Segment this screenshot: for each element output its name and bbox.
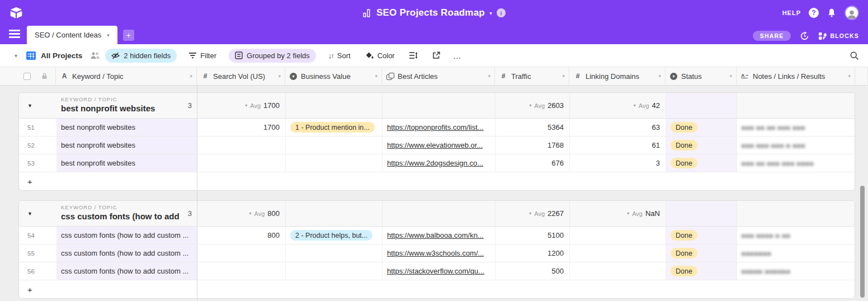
select-all-cell[interactable] <box>0 67 56 85</box>
cell-search-vol[interactable]: 1700 <box>197 119 286 136</box>
share-view-button[interactable] <box>432 51 440 59</box>
add-row-button[interactable]: + <box>19 172 855 190</box>
cell-search-vol[interactable]: 800 <box>197 227 286 244</box>
column-caret-icon[interactable]: ▾ <box>658 73 661 79</box>
cell-linking-domains[interactable] <box>570 262 666 280</box>
column-header-best-articles[interactable]: Best Articles ▾ <box>382 67 495 85</box>
cell-best-article[interactable]: https://www.w3schools.com/... <box>383 244 496 262</box>
search-button[interactable] <box>850 51 859 60</box>
cell-notes[interactable]: ▅▅▅ ▅▅▅ ▅▅▅ ▅ ▅▅▅ <box>737 137 855 154</box>
cell-linking-domains[interactable] <box>570 244 666 262</box>
column-header-notes[interactable]: A Notes / Links / Results ▾ <box>737 67 855 85</box>
table-row[interactable]: 52 best nonprofit websites https://www.e… <box>19 137 855 154</box>
cell-traffic[interactable]: 1768 <box>496 137 570 154</box>
table-row[interactable]: 51 best nonprofit websites 1700 1 - Prod… <box>19 119 855 137</box>
column-caret-icon[interactable]: ▾ <box>488 73 490 79</box>
cell-traffic[interactable]: 5364 <box>496 119 570 136</box>
cell-keyword[interactable]: css custom fonts (how to add custom ... <box>56 262 197 280</box>
summary-linking-domains[interactable]: ▾ Avg NaN <box>570 201 666 226</box>
summary-traffic[interactable]: ▾ Avg 2267 <box>496 201 570 226</box>
article-link[interactable]: https://topnonprofits.com/list... <box>387 123 484 131</box>
cell-notes[interactable]: ▅▅▅ ▅▅ ▅▅ ▅▅▅ ▅▅▅ <box>737 119 855 136</box>
add-table-button[interactable]: + <box>123 30 134 41</box>
cell-notes[interactable]: ▅▅▅▅▅▅▅ <box>737 244 855 262</box>
cell-status[interactable]: Done <box>666 137 737 154</box>
cell-linking-domains[interactable] <box>570 227 666 244</box>
airtable-logo-icon[interactable] <box>9 6 23 20</box>
cell-search-vol[interactable] <box>197 244 286 262</box>
column-caret-icon[interactable]: ▾ <box>375 73 378 79</box>
article-link[interactable]: https://www.2dogsdesign.co... <box>387 159 483 167</box>
table-row[interactable]: 55 css custom fonts (how to add custom .… <box>19 244 855 262</box>
group-collapse-toggle[interactable]: ▼ <box>19 93 56 118</box>
cell-keyword[interactable]: best nonprofit websites <box>56 119 197 136</box>
column-header-traffic[interactable]: # Traffic ▾ <box>495 67 569 85</box>
cell-notes[interactable]: ▅▅▅▅▅ ▅▅▅▅▅▅ <box>737 262 855 280</box>
row-height-button[interactable] <box>409 51 418 59</box>
cell-keyword[interactable]: best nonprofit websites <box>56 154 197 172</box>
column-header-search-vol[interactable]: # Search Vol (US) ▾ <box>197 67 285 85</box>
table-row[interactable]: 56 css custom fonts (how to add custom .… <box>19 262 855 280</box>
select-all-checkbox[interactable] <box>23 73 31 80</box>
column-caret-icon[interactable]: ▾ <box>190 73 192 79</box>
add-row-button[interactable]: + <box>19 280 855 298</box>
summary-traffic[interactable]: ▾ Avg 2603 <box>496 93 570 118</box>
base-title-group[interactable]: SEO Projects Roadmap ▾ i <box>362 7 506 18</box>
column-caret-icon[interactable]: ▾ <box>562 73 565 79</box>
avatar[interactable] <box>845 6 859 20</box>
cell-linking-domains[interactable]: 61 <box>570 137 666 154</box>
column-header-business-value[interactable]: ▾ Business Value ▾ <box>285 67 382 85</box>
article-link[interactable]: https://www.balbooa.com/kn... <box>387 231 484 239</box>
cell-status[interactable]: Done <box>666 154 737 172</box>
cell-status[interactable]: Done <box>666 262 737 280</box>
cell-best-article[interactable]: https://www.elevationweb.or... <box>383 137 496 154</box>
cell-notes[interactable]: ▅▅▅ ▅▅▅▅ ▅ ▅▅ <box>737 227 855 244</box>
column-caret-icon[interactable]: ▾ <box>729 73 732 79</box>
tab-caret-icon[interactable]: ▾ <box>107 32 110 38</box>
view-name[interactable]: All Projects <box>41 51 82 60</box>
hidden-fields-button[interactable]: 2 hidden fields <box>105 49 177 63</box>
cell-best-article[interactable]: https://www.2dogsdesign.co... <box>383 154 496 172</box>
cell-business-value[interactable] <box>286 154 383 172</box>
blocks-button[interactable]: BLOCKS <box>818 32 859 40</box>
cell-linking-domains[interactable]: 3 <box>570 154 666 172</box>
cell-best-article[interactable]: https://stackoverflow.com/qu... <box>383 262 496 280</box>
filter-button[interactable]: Filter <box>189 51 216 60</box>
article-link[interactable]: https://www.w3schools.com/... <box>387 249 484 257</box>
tab-seo-content-ideas[interactable]: SEO / Content Ideas ▾ <box>27 26 117 44</box>
cell-best-article[interactable]: https://topnonprofits.com/list... <box>383 119 496 136</box>
cell-business-value[interactable] <box>286 244 383 262</box>
table-row[interactable]: 53 best nonprofit websites https://www.2… <box>19 154 855 172</box>
column-caret-icon[interactable]: ▾ <box>278 73 281 79</box>
vertical-scrollbar[interactable] <box>860 186 865 298</box>
column-header-keyword[interactable]: A Keyword / Topic ▾ <box>56 67 197 85</box>
summary-search-vol[interactable]: ▾ Avg 1700 <box>197 93 286 118</box>
help-button[interactable]: HELP <box>782 10 801 16</box>
cell-status[interactable]: Done <box>666 227 737 244</box>
cell-search-vol[interactable] <box>197 137 286 154</box>
cell-keyword[interactable]: best nonprofit websites <box>56 137 197 154</box>
cell-traffic[interactable]: 676 <box>496 154 570 172</box>
title-caret-icon[interactable]: ▾ <box>489 10 492 16</box>
cell-status[interactable]: Done <box>666 119 737 136</box>
help-question-icon[interactable]: ? <box>809 8 819 18</box>
article-link[interactable]: https://www.elevationweb.or... <box>387 141 483 149</box>
cell-linking-domains[interactable]: 63 <box>570 119 666 136</box>
cell-business-value[interactable] <box>286 137 383 154</box>
more-options-button[interactable]: … <box>453 51 462 60</box>
article-link[interactable]: https://stackoverflow.com/qu... <box>387 267 484 275</box>
collaborators-icon[interactable] <box>90 51 100 59</box>
cell-keyword[interactable]: css custom fonts (how to add custom ... <box>56 244 197 262</box>
column-header-status[interactable]: ▾ Status ▾ <box>666 67 737 85</box>
share-button[interactable]: SHARE <box>753 31 791 41</box>
summary-linking-domains[interactable]: ▾ Avg 42 <box>570 93 666 118</box>
hamburger-menu-icon[interactable] <box>9 30 20 38</box>
history-icon[interactable] <box>800 31 809 41</box>
sort-button[interactable]: ↓↑ Sort <box>328 51 351 60</box>
cell-traffic[interactable]: 1200 <box>496 244 570 262</box>
table-row[interactable]: 54 css custom fonts (how to add custom .… <box>19 227 855 244</box>
cell-notes[interactable]: ▅▅▅ ▅▅ ▅▅▅ ▅▅▅ ▅▅▅▅ <box>737 154 855 172</box>
column-header-linking-domains[interactable]: # Linking Domains ▾ <box>569 67 666 85</box>
cell-business-value[interactable]: 2 - Product helps, but... <box>286 227 383 244</box>
summary-search-vol[interactable]: ▾ Avg 800 <box>197 201 286 226</box>
